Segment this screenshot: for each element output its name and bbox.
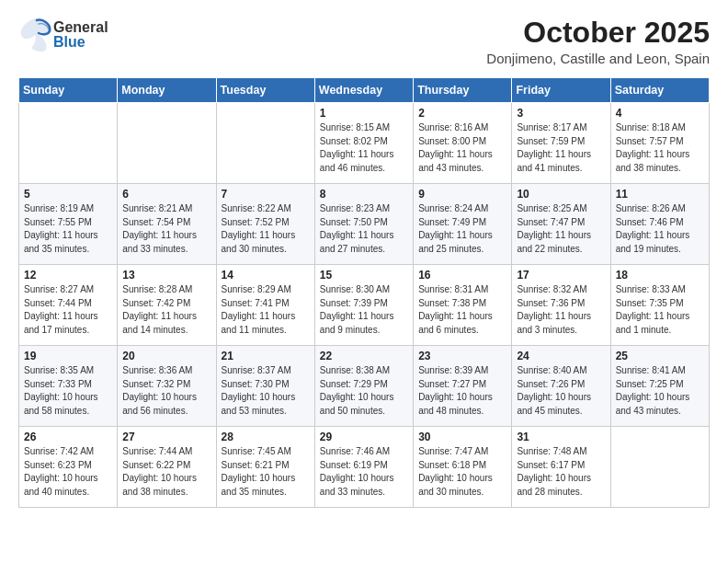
table-row: 4Sunrise: 8:18 AM Sunset: 7:57 PM Daylig… [610,103,709,184]
col-thursday: Thursday [414,78,512,103]
day-number: 31 [517,431,605,443]
day-number: 5 [24,188,112,201]
table-row: 29Sunrise: 7:46 AM Sunset: 6:19 PM Dayli… [314,427,413,508]
table-row: 14Sunrise: 8:29 AM Sunset: 7:41 PM Dayli… [216,265,314,346]
table-row: 21Sunrise: 8:37 AM Sunset: 7:30 PM Dayli… [216,346,314,427]
day-number: 1 [320,107,408,120]
logo: General Blue [18,17,108,53]
day-number: 6 [122,188,210,201]
day-info: Sunrise: 8:28 AM Sunset: 7:42 PM Dayligh… [122,283,210,337]
day-info: Sunrise: 8:26 AM Sunset: 7:46 PM Dayligh… [616,202,704,256]
day-info: Sunrise: 8:24 AM Sunset: 7:49 PM Dayligh… [418,202,506,256]
day-info: Sunrise: 8:35 AM Sunset: 7:33 PM Dayligh… [24,364,112,418]
table-row: 6Sunrise: 8:21 AM Sunset: 7:54 PM Daylig… [118,184,216,265]
col-tuesday: Tuesday [216,78,314,103]
table-row: 8Sunrise: 8:23 AM Sunset: 7:50 PM Daylig… [314,184,413,265]
logo-general: General [53,20,108,35]
day-info: Sunrise: 8:41 AM Sunset: 7:25 PM Dayligh… [616,364,704,418]
col-wednesday: Wednesday [314,78,413,103]
day-info: Sunrise: 8:15 AM Sunset: 8:02 PM Dayligh… [320,121,408,175]
day-info: Sunrise: 7:47 AM Sunset: 6:18 PM Dayligh… [418,445,506,499]
table-row [19,103,118,184]
day-info: Sunrise: 7:42 AM Sunset: 6:23 PM Dayligh… [24,445,112,499]
day-number: 19 [24,350,112,362]
table-row: 2Sunrise: 8:16 AM Sunset: 8:00 PM Daylig… [414,103,512,184]
calendar-body: 1Sunrise: 8:15 AM Sunset: 8:02 PM Daylig… [19,103,710,508]
day-info: Sunrise: 8:29 AM Sunset: 7:41 PM Dayligh… [222,283,310,337]
day-info: Sunrise: 8:37 AM Sunset: 7:30 PM Dayligh… [222,364,310,418]
day-info: Sunrise: 8:23 AM Sunset: 7:50 PM Dayligh… [320,202,408,256]
day-number: 11 [616,188,704,201]
day-number: 4 [616,107,704,120]
logo-text: General Blue [53,20,108,50]
day-info: Sunrise: 8:40 AM Sunset: 7:26 PM Dayligh… [517,364,605,418]
table-row: 16Sunrise: 8:31 AM Sunset: 7:38 PM Dayli… [414,265,512,346]
table-row: 19Sunrise: 8:35 AM Sunset: 7:33 PM Dayli… [19,346,118,427]
day-info: Sunrise: 8:16 AM Sunset: 8:00 PM Dayligh… [418,121,506,175]
col-sunday: Sunday [19,78,118,103]
table-row: 1Sunrise: 8:15 AM Sunset: 8:02 PM Daylig… [314,103,413,184]
table-row: 25Sunrise: 8:41 AM Sunset: 7:25 PM Dayli… [610,346,709,427]
table-row: 20Sunrise: 8:36 AM Sunset: 7:32 PM Dayli… [118,346,216,427]
col-friday: Friday [512,78,610,103]
table-row: 24Sunrise: 8:40 AM Sunset: 7:26 PM Dayli… [512,346,610,427]
day-number: 21 [222,350,310,362]
table-row: 27Sunrise: 7:44 AM Sunset: 6:22 PM Dayli… [118,427,216,508]
table-row: 31Sunrise: 7:48 AM Sunset: 6:17 PM Dayli… [512,427,610,508]
logo-blue: Blue [53,35,108,50]
day-number: 29 [320,431,408,443]
table-row: 11Sunrise: 8:26 AM Sunset: 7:46 PM Dayli… [610,184,709,265]
day-number: 12 [24,269,112,282]
day-number: 15 [320,269,408,282]
day-number: 25 [616,350,704,362]
day-number: 16 [418,269,506,282]
day-info: Sunrise: 8:39 AM Sunset: 7:27 PM Dayligh… [418,364,506,418]
day-number: 26 [24,431,112,443]
day-number: 28 [222,431,310,443]
page-header: General Blue October 2025 Donjimeno, Cas… [18,17,710,66]
calendar-header: Sunday Monday Tuesday Wednesday Thursday… [19,78,710,103]
day-number: 22 [320,350,408,362]
table-row: 12Sunrise: 8:27 AM Sunset: 7:44 PM Dayli… [19,265,118,346]
table-row: 13Sunrise: 8:28 AM Sunset: 7:42 PM Dayli… [118,265,216,346]
day-info: Sunrise: 8:19 AM Sunset: 7:55 PM Dayligh… [24,202,112,256]
day-info: Sunrise: 8:27 AM Sunset: 7:44 PM Dayligh… [24,283,112,337]
day-info: Sunrise: 7:45 AM Sunset: 6:21 PM Dayligh… [222,445,310,499]
day-number: 23 [418,350,506,362]
day-number: 24 [517,350,605,362]
day-info: Sunrise: 7:46 AM Sunset: 6:19 PM Dayligh… [320,445,408,499]
day-info: Sunrise: 8:32 AM Sunset: 7:36 PM Dayligh… [517,283,605,337]
table-row: 30Sunrise: 7:47 AM Sunset: 6:18 PM Dayli… [414,427,512,508]
title-block: October 2025 Donjimeno, Castille and Leo… [486,17,710,66]
col-saturday: Saturday [610,78,709,103]
table-row: 3Sunrise: 8:17 AM Sunset: 7:59 PM Daylig… [512,103,610,184]
table-row: 15Sunrise: 8:30 AM Sunset: 7:39 PM Dayli… [314,265,413,346]
day-info: Sunrise: 7:48 AM Sunset: 6:17 PM Dayligh… [517,445,605,499]
day-info: Sunrise: 8:22 AM Sunset: 7:52 PM Dayligh… [222,202,310,256]
table-row: 5Sunrise: 8:19 AM Sunset: 7:55 PM Daylig… [19,184,118,265]
table-row: 22Sunrise: 8:38 AM Sunset: 7:29 PM Dayli… [314,346,413,427]
day-number: 2 [418,107,506,120]
day-number: 13 [122,269,210,282]
day-number: 27 [122,431,210,443]
day-number: 3 [517,107,605,120]
day-info: Sunrise: 8:38 AM Sunset: 7:29 PM Dayligh… [320,364,408,418]
table-row: 26Sunrise: 7:42 AM Sunset: 6:23 PM Dayli… [19,427,118,508]
table-row [216,103,314,184]
day-info: Sunrise: 8:18 AM Sunset: 7:57 PM Dayligh… [616,121,704,175]
day-number: 17 [517,269,605,282]
day-number: 7 [222,188,310,201]
day-info: Sunrise: 8:17 AM Sunset: 7:59 PM Dayligh… [517,121,605,175]
table-row: 7Sunrise: 8:22 AM Sunset: 7:52 PM Daylig… [216,184,314,265]
day-number: 18 [616,269,704,282]
page-subtitle: Donjimeno, Castille and Leon, Spain [486,51,710,66]
day-info: Sunrise: 8:21 AM Sunset: 7:54 PM Dayligh… [122,202,210,256]
day-info: Sunrise: 8:33 AM Sunset: 7:35 PM Dayligh… [616,283,704,337]
day-info: Sunrise: 8:25 AM Sunset: 7:47 PM Dayligh… [517,202,605,256]
col-monday: Monday [118,78,216,103]
calendar-table: Sunday Monday Tuesday Wednesday Thursday… [18,77,710,508]
table-row [118,103,216,184]
day-number: 30 [418,431,506,443]
day-number: 20 [122,350,210,362]
table-row [610,427,709,508]
